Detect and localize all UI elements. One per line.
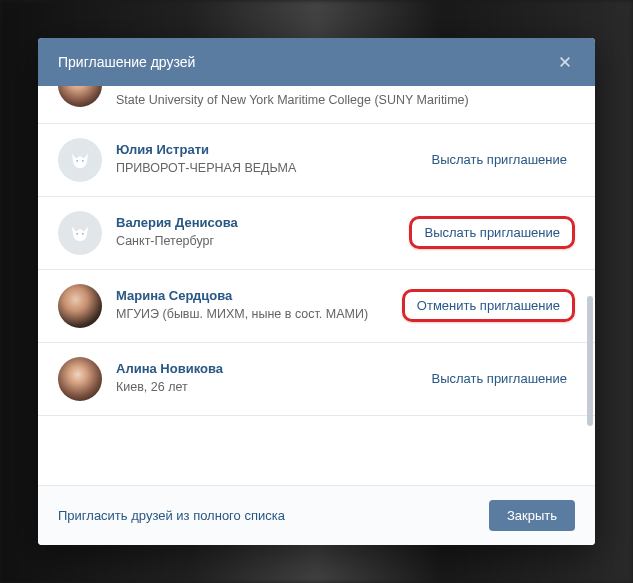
friend-name-link[interactable]: Алина Новикова [116,361,423,376]
friend-name-link[interactable]: Марина Сердцова [116,288,402,303]
friend-subtitle: Санкт-Петербург [116,233,409,250]
list-item: Валерия Денисова Санкт-Петербург Выслать… [38,197,595,270]
friend-info: Алина Новикова Киев, 26 лет [116,361,423,396]
friends-list: State University of New York Maritime Co… [38,86,595,416]
close-icon[interactable] [555,52,575,72]
close-button[interactable]: Закрыть [489,500,575,531]
scrollbar[interactable] [585,86,593,485]
avatar[interactable] [58,211,102,255]
avatar[interactable] [58,138,102,182]
friend-subtitle: Киев, 26 лет [116,379,423,396]
cancel-invite-button[interactable]: Отменить приглашение [402,289,575,322]
friend-info: Валерия Денисова Санкт-Петербург [116,215,409,250]
svg-point-5 [82,233,84,235]
list-item: Юлия Истрати ПРИВОРОТ-ЧЕРНАЯ ВЕДЬМА Высл… [38,124,595,197]
invite-from-full-list-link[interactable]: Пригласить друзей из полного списка [58,508,285,523]
list-item: Марина Сердцова МГУИЭ (бывш. МИХМ, ныне … [38,270,595,343]
friend-subtitle: State University of New York Maritime Co… [116,92,575,109]
invite-friends-modal: Приглашение друзей State University of N… [38,38,595,545]
send-invite-button[interactable]: Выслать приглашение [423,146,575,173]
list-item: State University of New York Maritime Co… [38,86,595,124]
friend-name-link[interactable]: Валерия Денисова [116,215,409,230]
avatar[interactable] [58,86,102,107]
svg-point-2 [76,160,78,162]
friend-subtitle: МГУИЭ (бывш. МИХМ, ныне в сост. МАМИ) [116,306,402,323]
list-item: Алина Новикова Киев, 26 лет Выслать приг… [38,343,595,416]
scrollbar-thumb[interactable] [587,296,593,426]
avatar[interactable] [58,284,102,328]
friend-subtitle: ПРИВОРОТ-ЧЕРНАЯ ВЕДЬМА [116,160,423,177]
modal-body: State University of New York Maritime Co… [38,86,595,485]
friend-info: Юлия Истрати ПРИВОРОТ-ЧЕРНАЯ ВЕДЬМА [116,142,423,177]
friend-info: State University of New York Maritime Co… [116,92,575,109]
modal-footer: Пригласить друзей из полного списка Закр… [38,485,595,545]
fox-icon [67,220,93,246]
fox-icon [67,147,93,173]
modal-title: Приглашение друзей [58,54,195,70]
friend-info: Марина Сердцова МГУИЭ (бывш. МИХМ, ныне … [116,288,402,323]
send-invite-button[interactable]: Выслать приглашение [409,216,575,249]
friend-name-link[interactable]: Юлия Истрати [116,142,423,157]
svg-point-4 [76,233,78,235]
send-invite-button[interactable]: Выслать приглашение [423,365,575,392]
modal-header: Приглашение друзей [38,38,595,86]
svg-point-3 [82,160,84,162]
avatar[interactable] [58,357,102,401]
